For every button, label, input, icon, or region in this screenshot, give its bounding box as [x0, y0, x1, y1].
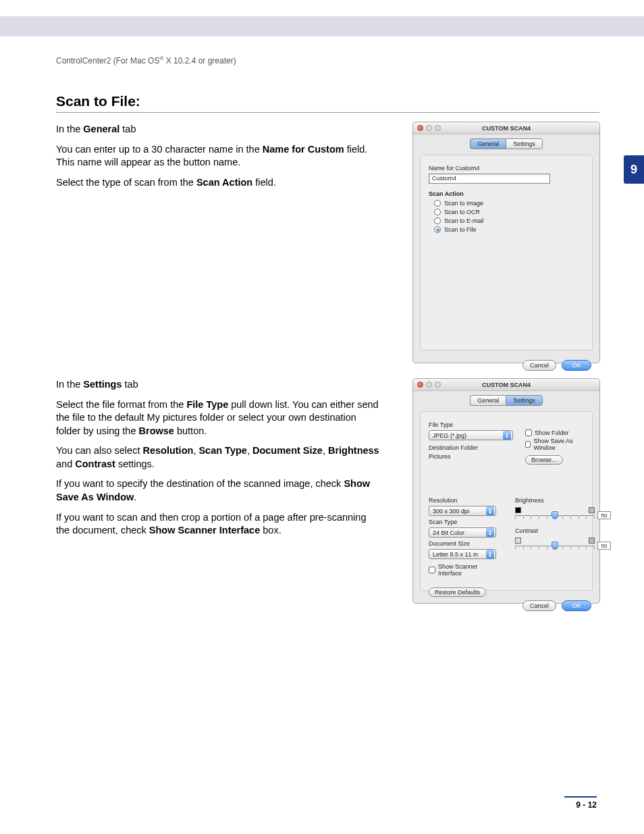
- contrast-label: Contrast: [515, 527, 595, 534]
- p-scan-action: Select the type of scan from the Scan Ac…: [56, 176, 380, 190]
- chevron-updown-icon: ▲▼: [503, 431, 511, 440]
- scantype-select[interactable]: 24 Bit Color ▲▼: [429, 527, 496, 538]
- slider-light-icon: [589, 507, 595, 513]
- titlebar[interactable]: CUSTOM SCAN4: [413, 122, 599, 134]
- radio-scan-file[interactable]: Scan to File: [434, 226, 584, 233]
- contrast-value[interactable]: 50: [597, 542, 611, 550]
- show-scanner-checkbox[interactable]: Show Scanner Interface: [429, 563, 503, 577]
- chevron-updown-icon: ▲▼: [486, 550, 494, 558]
- radio-scan-image[interactable]: Scan to Image: [434, 200, 584, 207]
- restore-defaults-button[interactable]: Restore Defaults: [429, 588, 486, 597]
- name-label: Name for Custom4: [429, 165, 584, 172]
- radio-scan-ocr[interactable]: Scan to OCR: [434, 209, 584, 215]
- breadcrumb-post: X 10.2.4 or greater): [163, 56, 236, 66]
- chevron-updown-icon: ▲▼: [486, 506, 494, 515]
- ok-button[interactable]: OK: [562, 360, 591, 371]
- slider-dark-icon: [515, 507, 521, 513]
- resolution-label: Resolution: [429, 497, 503, 504]
- slider-high-icon: [589, 538, 595, 544]
- show-folder-checkbox[interactable]: Show Folder: [525, 429, 584, 436]
- p-filetype: Select the file format from the File Typ…: [56, 398, 380, 438]
- tab-settings[interactable]: Settings: [506, 138, 543, 149]
- p-general-tab: In the General tab: [56, 123, 380, 136]
- tab-bar: General Settings: [413, 395, 599, 406]
- section-title: Scan to File:: [56, 93, 599, 113]
- dest-label: Destination Folder: [429, 444, 513, 451]
- ok-button[interactable]: OK: [562, 600, 591, 611]
- chapter-tab: 9: [624, 155, 644, 184]
- browse-button[interactable]: Browse...: [525, 455, 563, 465]
- radio-icon: [434, 200, 441, 207]
- page-footer: 9 - 12: [564, 796, 597, 810]
- checkbox-icon: [429, 567, 435, 573]
- slider-thumb-icon[interactable]: [552, 511, 558, 519]
- checkbox-icon: [525, 429, 532, 436]
- tab-general[interactable]: General: [470, 138, 506, 149]
- brightness-value[interactable]: 50: [597, 511, 611, 519]
- show-save-as-checkbox[interactable]: Show Save As Window: [525, 438, 584, 451]
- titlebar[interactable]: CUSTOM SCAN4: [413, 379, 599, 391]
- scan-action-label: Scan Action: [429, 190, 584, 197]
- button-row: Cancel OK: [413, 596, 599, 618]
- window-title: CUSTOM SCAN4: [413, 125, 599, 132]
- brightness-label: Brightness: [515, 497, 595, 504]
- cancel-button[interactable]: Cancel: [522, 360, 556, 371]
- settings-panel: File Type JPEG (*.jpg) ▲▼ Destination Fo…: [420, 411, 593, 591]
- top-band: [0, 16, 644, 36]
- slider-low-icon: [515, 538, 521, 544]
- radio-icon: [434, 217, 441, 224]
- window-title: CUSTOM SCAN4: [413, 382, 599, 388]
- p-show-save-as: If you want to specify the destination o…: [56, 477, 380, 504]
- tab-general[interactable]: General: [470, 395, 506, 406]
- p-scanner-interface: If you want to scan and then crop a port…: [56, 511, 380, 538]
- radio-icon: [434, 226, 441, 233]
- dest-value: Pictures: [429, 453, 513, 460]
- brightness-slider[interactable]: 50: [515, 506, 595, 521]
- tab-settings[interactable]: Settings: [506, 395, 543, 406]
- body-section-settings: In the Settings tab Select the file form…: [56, 378, 380, 544]
- resolution-select[interactable]: 300 x 300 dpi ▲▼: [429, 506, 496, 516]
- docsize-label: Document Size: [429, 540, 503, 547]
- breadcrumb: ControlCenter2 (For Mac OS® X 10.2.4 or …: [56, 55, 236, 66]
- radio-icon: [434, 209, 441, 215]
- p-name-custom: You can enter up to a 30 character name …: [56, 143, 380, 170]
- docsize-select[interactable]: Letter 8.5 x 11 in ▲▼: [429, 549, 496, 559]
- filetype-select[interactable]: JPEG (*.jpg) ▲▼: [429, 430, 513, 440]
- general-panel: Name for Custom4 Custom4 Scan Action Sca…: [420, 155, 593, 350]
- body-section-general: In the General tab You can enter up to a…: [56, 123, 380, 196]
- checkbox-icon: [525, 441, 531, 448]
- contrast-slider[interactable]: 50: [515, 536, 595, 551]
- slider-thumb-icon[interactable]: [552, 542, 558, 550]
- chevron-updown-icon: ▲▼: [486, 528, 494, 537]
- button-row: Cancel OK: [413, 356, 599, 377]
- scantype-label: Scan Type: [429, 519, 503, 525]
- tab-bar: General Settings: [413, 138, 599, 149]
- p-other-settings: You can also select Resolution, Scan Typ…: [56, 444, 380, 471]
- dialog-settings: CUSTOM SCAN4 General Settings File Type …: [412, 378, 600, 604]
- filetype-label: File Type: [429, 421, 513, 428]
- p-settings-tab: In the Settings tab: [56, 378, 380, 392]
- radio-scan-email[interactable]: Scan to E-mail: [434, 217, 584, 224]
- cancel-button[interactable]: Cancel: [522, 600, 556, 611]
- breadcrumb-pre: ControlCenter2 (For Mac OS: [56, 56, 159, 66]
- dialog-general: CUSTOM SCAN4 General Settings Name for C…: [412, 122, 600, 363]
- name-input[interactable]: Custom4: [429, 174, 550, 184]
